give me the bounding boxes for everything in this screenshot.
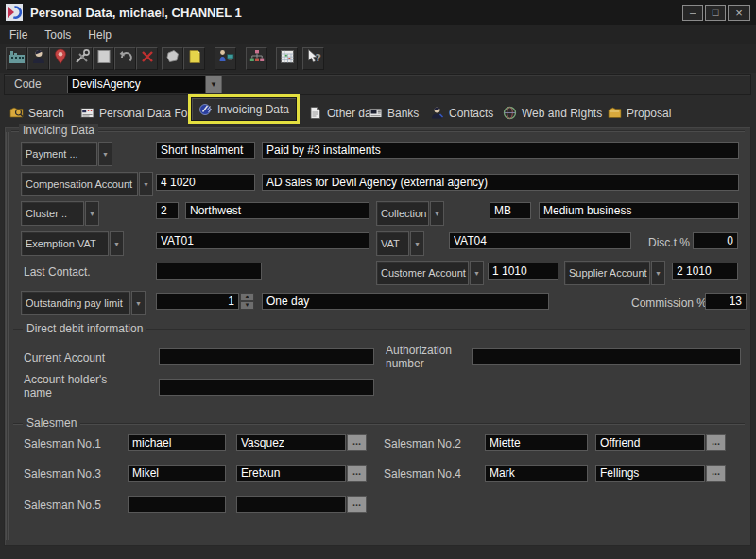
maximize-button[interactable]: □ (705, 5, 726, 21)
compensation-desc-field[interactable] (262, 174, 739, 191)
customer-account-button[interactable]: Customer Account (376, 261, 469, 285)
salesman5-browse-button[interactable]: ... (347, 496, 367, 513)
collection-button[interactable]: Collection (376, 201, 429, 226)
outstanding-pay-limit-button[interactable]: Outstanding pay limit (21, 291, 130, 315)
authorization-number-field[interactable] (472, 348, 741, 365)
salesman3-last-field[interactable] (236, 465, 346, 482)
folder-icon (608, 106, 622, 120)
menu-help[interactable]: Help (88, 28, 112, 42)
minimize-button[interactable]: – (682, 5, 703, 21)
salesman2-browse-button[interactable]: ... (706, 434, 726, 451)
collection-dropdown-icon[interactable]: ▼ (430, 201, 444, 226)
group-title: Invoicing Data (19, 124, 98, 137)
notes-button[interactable] (183, 47, 205, 70)
code-combobox[interactable]: DevilsAgency ▼ (67, 76, 222, 93)
salesman3-browse-button[interactable]: ... (347, 465, 367, 482)
cluster-dropdown-icon[interactable]: ▼ (85, 201, 99, 226)
tab-label: Contacts (449, 107, 493, 120)
compensation-account-button[interactable]: Compensation Account (21, 172, 138, 196)
salesman2-label: Salesman No.2 (384, 437, 461, 450)
cluster-desc-field[interactable] (185, 202, 369, 219)
exemption-vat-field[interactable] (156, 232, 369, 249)
salesman5-last-field[interactable] (236, 496, 346, 513)
group-border (11, 130, 745, 131)
exemption-vat-button[interactable]: Exemption VAT (21, 231, 109, 256)
current-account-label: Current Account (24, 351, 105, 364)
undo-button[interactable] (114, 47, 136, 70)
supplier-account-button[interactable]: Supplier Account (564, 261, 650, 285)
location-button[interactable] (49, 47, 71, 70)
tab-proposal[interactable]: Proposal (608, 106, 671, 120)
help-pointer-button[interactable]: ? (302, 47, 324, 70)
commission-field[interactable] (705, 293, 747, 310)
customer-account-field[interactable] (488, 263, 558, 280)
outstanding-spinner: ▲ ▼ (240, 293, 254, 310)
salesman2-last-field[interactable] (595, 434, 705, 451)
supplier-account-field[interactable] (672, 263, 738, 280)
tab-label: Web and Rights (522, 107, 602, 120)
exemption-vat-dropdown-icon[interactable]: ▼ (110, 231, 124, 256)
search-folder-icon (9, 106, 24, 120)
collection-desc-field[interactable] (539, 202, 739, 219)
vat-field[interactable] (449, 232, 631, 249)
spinner-up-icon[interactable]: ▲ (240, 293, 254, 301)
cluster-button[interactable]: Cluster .. (21, 201, 84, 226)
tab-personal-data-form[interactable]: Personal Data Form (80, 106, 200, 120)
outstanding-dropdown-icon[interactable]: ▼ (131, 291, 146, 315)
compensation-dropdown-icon[interactable]: ▼ (139, 172, 153, 196)
new-page-button[interactable] (93, 47, 114, 70)
companies-button[interactable] (6, 47, 27, 70)
salesman1-browse-button[interactable]: ... (347, 434, 367, 451)
salesman3-first-field[interactable] (128, 465, 226, 482)
cluster-code-field[interactable] (156, 202, 179, 219)
last-contact-field[interactable] (156, 263, 262, 280)
schedule-button[interactable] (276, 47, 298, 70)
collection-code-field[interactable] (490, 202, 531, 219)
tab-search[interactable]: Search (9, 106, 64, 120)
window-title: Personal Data, michael, CHANNEL 1 (30, 6, 242, 20)
salesman5-first-field[interactable] (128, 496, 226, 513)
tab-invoicing-data[interactable]: Invoicing Data (191, 97, 297, 121)
salesman4-first-field[interactable] (485, 465, 588, 482)
delete-button[interactable] (136, 47, 158, 70)
tab-contacts[interactable]: Contacts (430, 106, 493, 120)
salesman4-browse-button[interactable]: ... (706, 465, 726, 482)
close-button[interactable]: × (728, 5, 750, 21)
location-icon (52, 48, 69, 69)
tab-banks[interactable]: Banks (369, 106, 419, 120)
menu-file[interactable]: File (9, 28, 27, 42)
payment-desc-field[interactable] (262, 142, 739, 159)
salesman1-first-field[interactable] (128, 434, 226, 451)
customer-account-dropdown-icon[interactable]: ▼ (470, 261, 484, 285)
payment-button[interactable]: Payment ... (21, 142, 97, 166)
outstanding-desc-field[interactable] (262, 293, 549, 310)
schedule-icon (279, 48, 296, 69)
discount-field[interactable] (693, 232, 738, 249)
group-title: Direct debit information (23, 322, 146, 335)
spinner-down-icon[interactable]: ▼ (240, 301, 254, 310)
salesman2-first-field[interactable] (485, 434, 588, 451)
salesman1-last-field[interactable] (236, 434, 346, 451)
tab-web-and-rights[interactable]: Web and Rights (503, 106, 602, 120)
salesman4-last-field[interactable] (595, 465, 705, 482)
current-account-field[interactable] (159, 348, 374, 365)
employee-button[interactable] (215, 47, 236, 70)
delete-icon (139, 48, 156, 69)
payment-code-field[interactable] (156, 142, 255, 159)
compensation-code-field[interactable] (156, 174, 255, 191)
tools-button[interactable] (71, 47, 93, 70)
vat-button[interactable]: VAT (376, 231, 409, 256)
account-holder-field[interactable] (159, 379, 374, 396)
chevron-down-icon[interactable]: ▼ (205, 76, 221, 93)
payment-dropdown-icon[interactable]: ▼ (98, 142, 112, 166)
hierarchy-button[interactable] (246, 47, 267, 70)
copy-button[interactable] (162, 47, 183, 70)
person-button[interactable] (27, 47, 49, 70)
outstanding-value-field[interactable] (156, 293, 239, 310)
supplier-account-dropdown-icon[interactable]: ▼ (651, 261, 665, 285)
menu-tools[interactable]: Tools (44, 28, 71, 42)
vat-dropdown-icon[interactable]: ▼ (410, 231, 424, 256)
new-page-icon (95, 48, 112, 69)
form-card-icon (80, 106, 94, 120)
menu-bar: File Tools Help (0, 25, 756, 44)
